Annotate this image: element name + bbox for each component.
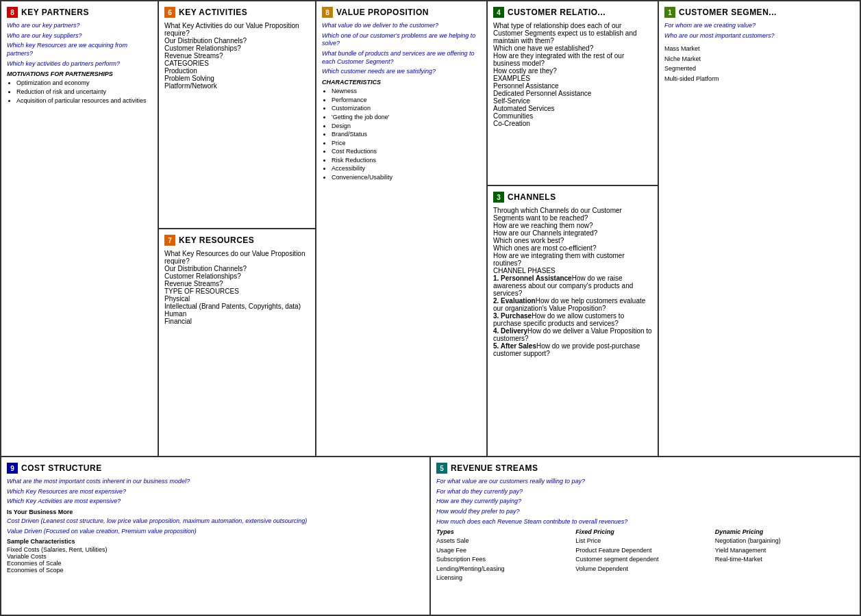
cost-q1: What are the most important costs inhere…: [7, 478, 424, 486]
cost-heading: COST STRUCTURE: [21, 463, 102, 473]
cost-driven-1: Cost Driven (Leanest cost structure, low…: [7, 517, 424, 526]
list-item: Human: [164, 310, 310, 318]
list-item: Niche Market: [664, 54, 784, 64]
kr-q2: Our Distribution Channels?: [164, 265, 310, 272]
rev-q4: How would they prefer to pay?: [436, 508, 854, 516]
kr-q1: What Key Resources do our Value Proposit…: [164, 250, 310, 265]
rev-row1-col0: Usage Fee: [436, 546, 575, 556]
list-item: Economies of Scope: [7, 567, 424, 574]
list-item: Fixed Costs (Salaries, Rent, Utilities): [7, 546, 424, 553]
rev-row1-col1: Product Feature Dependent: [575, 546, 714, 556]
cr-q2: Which one have we established?: [493, 44, 652, 52]
list-item: Platform/Network: [164, 82, 310, 90]
list-item: 2. EvaluationHow do we help customers ev…: [493, 297, 652, 312]
rev-q2: For what do they currently pay?: [436, 488, 854, 496]
cr-section-label: EXAMPLES: [493, 75, 652, 82]
kp-q4: Which key activities do partners perform…: [7, 60, 152, 68]
vp-heading: VALUE PROPOSITION: [336, 8, 429, 17]
ka-q4: Revenue Streams?: [164, 52, 310, 60]
ch-phases: 1. Personnel AssistanceHow do we raise a…: [493, 274, 652, 357]
rev-row3-col2: [715, 565, 854, 574]
kp-items: Optimization and economy Reduction of ri…: [7, 79, 152, 105]
list-item: Brand/Status: [332, 130, 481, 139]
key-partners-cell: 8 KEY PARTNERS Who are our key partners?…: [1, 1, 159, 456]
list-item: Newness: [332, 87, 481, 96]
list-item: 5. After SalesHow do we provide post-pur…: [493, 342, 652, 357]
list-item: Performance: [332, 96, 481, 105]
rev-row0-col0: Assets Sale: [436, 537, 575, 546]
cost-bold-label: Is Your Business More: [7, 509, 424, 515]
vp-q3: What bundle of products and services are…: [322, 50, 481, 66]
rev-row4-col1: [575, 574, 714, 583]
ka-q3: Customer Relationships?: [164, 44, 310, 52]
rev-header-types: Types: [436, 528, 575, 535]
rev-q5: How much does each Revenue Steam contrib…: [436, 518, 854, 526]
rev-q1: For what value are our customers really …: [436, 478, 854, 486]
list-item: 'Getting the job done': [332, 113, 481, 122]
ka-section-label: CATEGORIES: [164, 60, 310, 67]
cs-q1: For whom are we creating value?: [664, 22, 784, 30]
key-resources-heading: KEY RESOURCES: [179, 235, 254, 245]
list-item: 3. PurchaseHow do we allow customers to …: [493, 312, 652, 327]
ch-q4: Which ones work best?: [493, 237, 652, 244]
customer-relationships-cell: 4 CUSTOMER RELATIO... What type of relat…: [488, 1, 658, 186]
cs-q2: Who are our most important customers?: [664, 32, 784, 40]
ka-q2: Our Distribution Channels?: [164, 37, 310, 44]
list-item: Communities: [493, 112, 652, 120]
cr-q3: How are they integrated with the rest of…: [493, 52, 652, 67]
ka-items: Production Problem Solving Platform/Netw…: [164, 67, 310, 90]
list-item: Multi-sided Platform: [664, 74, 784, 84]
cost-badge: 9: [7, 463, 18, 474]
kr-section-label: TYPE OF RESOURCES: [164, 287, 310, 295]
cs-heading: CUSTOMER SEGMEN...: [679, 8, 777, 17]
key-partners-badge: 8: [7, 7, 18, 18]
list-item: Reduction of risk and uncertainty: [16, 88, 152, 97]
ch-section-label: CHANNEL PHASES: [493, 267, 652, 274]
list-item: Optimization and economy: [16, 79, 152, 88]
customer-segments-cell: 1 CUSTOMER SEGMEN... For whom are we cre…: [659, 1, 789, 456]
cost-q2: Which Key Resources are most expensive?: [7, 488, 424, 496]
list-item: Automated Services: [493, 105, 652, 112]
bottom-section: 9 COST STRUCTURE What are the most impor…: [1, 457, 860, 615]
cs-title: 1 CUSTOMER SEGMEN...: [664, 7, 784, 18]
rev-title: 5 REVENUE STREAMS: [436, 463, 854, 474]
cr-q4: How costly are they?: [493, 67, 652, 75]
rev-row1-col2: Yield Management: [715, 546, 854, 556]
list-item: Problem Solving: [164, 75, 310, 82]
rev-heading: REVENUE STREAMS: [451, 463, 538, 473]
list-item: Risk Reductions: [332, 156, 481, 165]
rev-row4-col2: [715, 574, 854, 583]
kp-section-label: MOTIVATIONS FOR PARTNERSHIPS: [7, 70, 152, 77]
kr-q3: Customer Relationships?: [164, 272, 310, 280]
vp-q1: What value do we deliver to the customer…: [322, 22, 481, 30]
rev-header-fixed: Fixed Pricing: [575, 528, 714, 535]
cost-items: Fixed Costs (Salaries, Rent, Utilities) …: [7, 546, 424, 574]
business-model-canvas: 8 KEY PARTNERS Who are our key partners?…: [0, 0, 861, 616]
kp-q3: Which key Resources are we acquiring fro…: [7, 42, 152, 57]
cs-items: Mass Market Niche Market Segmented Multi…: [664, 44, 784, 84]
ka-q1: What Key Activities do our Value Proposi…: [164, 22, 310, 37]
list-item: Customization: [332, 104, 481, 113]
list-item: Self-Service: [493, 97, 652, 105]
rev-row4-col0: Licensing: [436, 574, 575, 583]
list-item: Dedicated Personnel Assistance: [493, 90, 652, 97]
rev-row3-col0: Lending/Renting/Leasing: [436, 565, 575, 574]
kr-q4: Revenue Streams?: [164, 280, 310, 287]
list-item: Acquisition of particular resources and …: [16, 97, 152, 105]
cr-badge: 4: [493, 7, 504, 18]
rev-row2-col2: Real-time-Market: [715, 555, 854, 565]
rev-row0-col2: Negotiation (bargaining): [715, 537, 854, 546]
kp-q1: Who are our key partners?: [7, 22, 152, 30]
cr-items: Personnel Assistance Dedicated Personnel…: [493, 82, 652, 127]
list-item: Economies of Scale: [7, 560, 424, 567]
kr-items: Physical Intellectual (Brand Patents, Co…: [164, 295, 310, 325]
revenue-table: Types Fixed Pricing Dynamic Pricing Asse…: [436, 528, 854, 583]
list-item: Accessibility: [332, 164, 481, 173]
cost-section-label: Sample Characteristics: [7, 538, 424, 545]
list-item: Production: [164, 67, 310, 75]
cost-structure-cell: 9 COST STRUCTURE What are the most impor…: [1, 457, 431, 615]
key-activities-cell: 6 KEY ACTIVITIES What Key Activities do …: [159, 1, 315, 229]
cr-title: 4 CUSTOMER RELATIO...: [493, 7, 652, 18]
channels-cell: 3 CHANNELS Through which Channels do our…: [488, 186, 658, 456]
top-section: 8 KEY PARTNERS Who are our key partners?…: [1, 1, 860, 457]
